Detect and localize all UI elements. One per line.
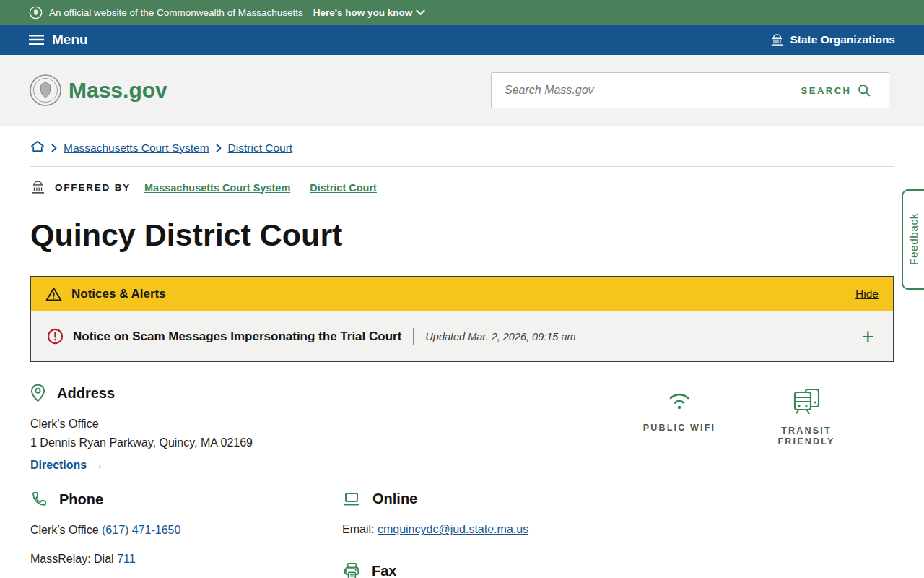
page-content: Massachusetts Court System District Cour… [0,140,924,578]
location-pin-icon [30,384,45,402]
massgov-logo-text: Mass.gov [69,78,167,103]
statehouse-icon [30,181,45,194]
breadcrumb-link-district-court[interactable]: District Court [228,142,293,155]
notices-alerts-panel: Notices & Alerts Hide Notice on Scam Mes… [30,276,894,362]
fax-heading: Fax [372,563,396,578]
offered-by-link-court-system[interactable]: Massachusetts Court System [144,182,290,194]
offered-by-label: OFFERED BY [55,182,131,193]
offered-by-link-district-court[interactable]: District Court [310,182,377,194]
notice-item[interactable]: Notice on Scam Messages Impersonating th… [31,311,893,361]
amenity-label: PUBLIC WIFI [643,423,716,434]
online-column: Online Email: cmquincydc@jud.state.ma.us… [315,491,894,578]
menu-label: Menu [52,32,88,48]
state-organizations-button[interactable]: State Organizations [770,33,895,46]
breadcrumb-home-link[interactable] [30,140,45,155]
chevron-right-icon [216,144,222,152]
warning-triangle-icon [45,287,62,301]
contact-grid: Phone Clerk’s Office (617) 471-1650 Mass… [30,491,894,578]
massrelay-label: MassRelay: Dial [30,553,114,565]
search-bar: SEARCH [491,72,889,108]
email-link[interactable]: cmquincydc@jud.state.ma.us [378,523,528,535]
breadcrumb-divider [30,166,894,167]
massgov-seal-icon [29,74,62,107]
wifi-icon [663,388,695,411]
amenities: PUBLIC WIFI TRANSIT FRIENDLY [632,384,894,472]
phone-section: Phone Clerk’s Office (617) 471-1650 Mass… [30,491,315,578]
massrelay-line: MassRelay: Dial 711 [30,553,315,566]
breadcrumb: Massachusetts Court System District Cour… [30,140,894,155]
phone-heading-row: Phone [30,491,315,508]
search-input[interactable] [492,73,783,108]
email-label: Email: [342,523,374,535]
search-button-label: SEARCH [801,85,852,96]
massgov-logo[interactable]: Mass.gov [29,74,167,107]
address-office: Clerk’s Office [30,415,253,434]
phone-office-number-link[interactable]: (617) 471-1650 [102,524,180,536]
official-banner-text: An official website of the Commonwealth … [49,7,303,18]
chevron-down-icon [416,9,425,16]
feedback-tab[interactable]: Feedback [902,189,924,290]
statehouse-icon [770,34,784,46]
address-heading: Address [57,385,115,402]
offered-by: OFFERED BY Massachusetts Court System Di… [30,181,894,194]
page-title: Quincy District Court [30,218,894,252]
address-section: Address Clerk’s Office 1 Dennis Ryan Par… [30,384,253,472]
phone-office-line: Clerk’s Office (617) 471-1650 [30,524,315,537]
heres-how-you-know-link[interactable]: Here's how you know [313,7,426,18]
directions-link[interactable]: Directions → [30,459,103,472]
fax-section: Fax [342,562,894,578]
notices-alerts-title: Notices & Alerts [71,287,166,301]
vertical-divider [300,181,300,194]
search-button[interactable]: SEARCH [783,73,889,108]
online-heading: Online [372,491,417,507]
menu-button[interactable]: Menu [29,32,88,48]
state-seal-icon [29,6,43,20]
online-section: Online Email: cmquincydc@jud.state.ma.us [342,491,894,536]
feedback-label: Feedback [907,213,920,265]
transit-icon [791,388,821,414]
arrow-right-icon: → [92,459,103,472]
main-navbar: Menu State Organizations [0,25,924,55]
massrelay-number-link[interactable]: 711 [117,553,136,565]
address-street: 1 Dennis Ryan Parkway, Quincy, MA 02169 [30,434,253,452]
state-organizations-label: State Organizations [790,33,895,46]
phone-heading: Phone [59,491,103,508]
amenity-label: TRANSIT FRIENDLY [767,426,846,447]
laptop-icon [342,491,361,507]
expand-plus-icon[interactable]: + [861,326,877,348]
notice-updated: Updated Mar. 2, 2026, 09:15 am [413,328,575,345]
chevron-right-icon [51,144,57,152]
phone-office-label: Clerk’s Office [30,524,99,536]
notices-alerts-header: Notices & Alerts Hide [31,277,893,311]
search-icon [858,84,871,97]
alert-circle-icon [47,328,64,345]
amenity-transit-friendly: TRANSIT FRIENDLY [759,388,853,472]
address-lines: Clerk’s Office 1 Dennis Ryan Parkway, Qu… [30,415,253,452]
fax-heading-row: Fax [342,562,894,578]
breadcrumb-link-court-system[interactable]: Massachusetts Court System [64,142,209,155]
hide-link[interactable]: Hide [855,288,879,301]
notice-title: Notice on Scam Messages Impersonating th… [73,329,401,344]
fax-printer-icon [342,562,360,578]
home-icon [30,140,45,152]
online-heading-row: Online [342,491,894,507]
phone-icon [30,491,48,508]
official-banner: An official website of the Commonwealth … [0,0,924,25]
address-row: Address Clerk’s Office 1 Dennis Ryan Par… [30,384,894,472]
hamburger-icon [29,34,44,46]
amenity-public-wifi: PUBLIC WIFI [632,388,726,472]
site-header: Mass.gov SEARCH [0,55,924,126]
address-heading-row: Address [30,384,253,402]
email-line: Email: cmquincydc@jud.state.ma.us [342,523,894,536]
